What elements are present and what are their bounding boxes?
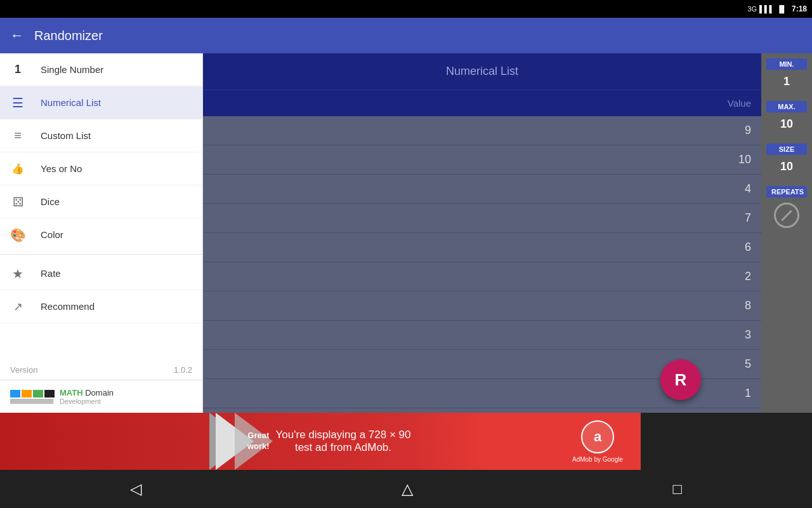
min-label: MIN. xyxy=(766,58,807,70)
logo-green xyxy=(33,390,43,398)
battery-icon: ▐▌ xyxy=(776,5,787,13)
math-domain-footer: MATH Domain Development xyxy=(0,380,202,413)
sidebar-item-rate[interactable]: ★ Rate xyxy=(0,257,202,290)
sidebar-item-yes-or-no[interactable]: 👍 Yes or No xyxy=(0,152,202,185)
recommend-icon: ↗ xyxy=(10,300,25,314)
sidebar-item-rate-label: Rate xyxy=(41,268,61,279)
ad-banner: Great work! You're displaying a 728 × 90… xyxy=(0,413,812,470)
status-bar: 3G ▌▌▌ ▐▌ 7:18 xyxy=(0,0,812,18)
main-layout: 1 Single Number ☰ Numerical List ≡ Custo… xyxy=(0,53,812,508)
signal-icon: ▌▌▌ xyxy=(759,5,774,13)
sidebar-item-numerical-list[interactable]: ☰ Numerical List xyxy=(0,86,202,119)
admob-label: AdMob by Google xyxy=(572,456,623,463)
size-value[interactable]: 10 xyxy=(766,157,807,176)
bottom-nav: ◁ △ □ xyxy=(0,470,812,508)
logo-black xyxy=(44,390,55,398)
sidebar-item-recommend-label: Recommend xyxy=(41,301,95,312)
back-nav-button[interactable]: ◁ xyxy=(110,475,162,503)
sidebar-item-numerical-list-label: Numerical List xyxy=(41,97,101,108)
sidebar-item-yes-or-no-label: Yes or No xyxy=(41,163,82,174)
logo-gray-bar xyxy=(10,399,53,404)
content-area: 1 Single Number ☰ Numerical List ≡ Custo… xyxy=(0,53,812,413)
app-title: Randomizer xyxy=(34,29,103,43)
max-label: MAX. xyxy=(766,101,807,112)
ad-text: You're displaying a 728 × 90test ad from… xyxy=(276,429,411,454)
sidebar-item-dice[interactable]: ⚄ Dice xyxy=(0,185,202,218)
dice-icon: ⚄ xyxy=(10,194,25,210)
repeats-label: REPEATS xyxy=(766,186,807,197)
sidebar-item-single-number[interactable]: 1 Single Number xyxy=(0,53,202,86)
sidebar-item-single-number-icon: 1 xyxy=(10,63,25,76)
list-row: 2 xyxy=(203,262,761,291)
home-nav-button[interactable]: △ xyxy=(381,475,433,503)
list-row: 3 xyxy=(203,321,761,350)
development-label: Development xyxy=(60,398,114,405)
content-panel: Numerical List Value 9 10 4 7 6 2 8 3 5 … xyxy=(203,53,761,413)
list-row: 7 xyxy=(203,204,761,233)
domain-label: Domain xyxy=(83,388,114,398)
list-row: 4 xyxy=(203,175,761,204)
custom-list-icon: ≡ xyxy=(10,128,25,143)
content-header: Numerical List xyxy=(203,53,761,90)
version-row: Version 1.0.2 xyxy=(0,360,202,380)
size-label: SIZE xyxy=(766,144,807,155)
repeats-toggle[interactable] xyxy=(774,203,799,228)
math-domain-logo xyxy=(10,390,55,404)
numerical-list-icon: ☰ xyxy=(10,95,25,110)
logo-orange xyxy=(22,390,32,398)
sidebar-item-recommend[interactable]: ↗ Recommend xyxy=(0,290,202,323)
ad-great-work: Great work! xyxy=(247,431,270,452)
admob-branding: a AdMob by Google xyxy=(560,415,636,468)
version-label: Version xyxy=(10,365,37,375)
content-title: Numerical List xyxy=(446,65,518,78)
sidebar: 1 Single Number ☰ Numerical List ≡ Custo… xyxy=(0,53,203,413)
rate-icon: ★ xyxy=(10,266,25,281)
version-value: 1.0.2 xyxy=(174,365,192,375)
math-label: MATH xyxy=(60,388,83,398)
network-icon: 3G xyxy=(747,5,757,13)
admob-logo: a xyxy=(581,420,614,453)
list-row: 9 xyxy=(203,116,761,145)
list-column-header: Value xyxy=(203,90,761,116)
sidebar-item-dice-label: Dice xyxy=(41,196,60,207)
ad-dark-section xyxy=(641,413,812,470)
sidebar-item-custom-list[interactable]: ≡ Custom List xyxy=(0,119,202,152)
yes-no-icon: 👍 xyxy=(10,163,25,175)
math-domain-text: MATH Domain Development xyxy=(60,388,114,405)
status-icons: 3G ▌▌▌ ▐▌ 7:18 xyxy=(747,4,807,13)
randomize-button[interactable]: R xyxy=(660,359,701,400)
list-row: 10 xyxy=(203,145,761,175)
max-value[interactable]: 10 xyxy=(766,115,807,133)
min-value[interactable]: 1 xyxy=(766,72,807,91)
color-icon: 🎨 xyxy=(10,227,25,243)
sidebar-item-custom-list-label: Custom List xyxy=(41,130,91,141)
recents-nav-button[interactable]: □ xyxy=(653,475,703,503)
randomize-label: R xyxy=(675,370,687,390)
sidebar-item-color[interactable]: 🎨 Color xyxy=(0,218,202,251)
time-display: 7:18 xyxy=(792,4,807,13)
list-row: 6 xyxy=(203,233,761,262)
right-controls-panel: MIN. 1 MAX. 10 SIZE 10 REPEATS xyxy=(761,53,812,413)
app-bar: ← Randomizer xyxy=(0,18,812,53)
back-button[interactable]: ← xyxy=(10,27,24,44)
ad-text-area: You're displaying a 728 × 90test ad from… xyxy=(0,429,560,454)
sidebar-divider xyxy=(0,254,202,255)
logo-blue xyxy=(10,390,20,398)
sidebar-item-color-label: Color xyxy=(41,229,63,240)
logo-colors xyxy=(10,390,55,398)
list-row: 8 xyxy=(203,291,761,321)
sidebar-item-single-number-label: Single Number xyxy=(41,64,103,75)
value-column-label: Value xyxy=(728,98,751,109)
